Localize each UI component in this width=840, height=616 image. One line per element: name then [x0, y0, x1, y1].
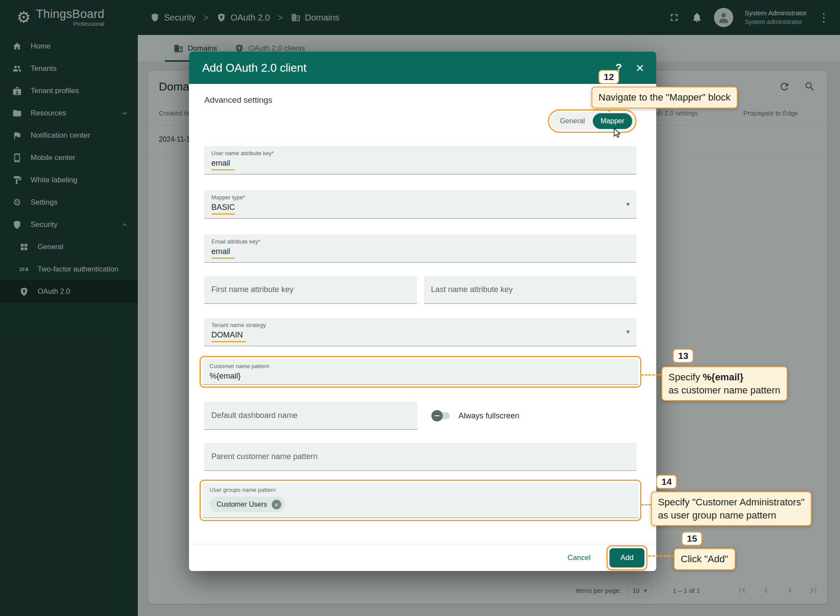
last-name-attribute-key-field[interactable]: Last name attribute key [424, 276, 637, 304]
step-12-badge: 12 [598, 70, 619, 84]
annotation-underline [211, 341, 246, 342]
field-label: Email attribute key* [211, 238, 630, 245]
parent-customer-name-pattern-field[interactable]: Parent customer name pattern [204, 443, 637, 471]
step-14-highlight: User groups name pattern Customer Users … [200, 480, 641, 521]
email-attribute-key-field[interactable]: Email attribute key* email [204, 234, 637, 263]
step-14-connector [641, 504, 651, 505]
section-title: Advanced settings [204, 95, 272, 105]
field-label: User groups name pattern [210, 487, 631, 493]
field-label: Mapper type* [211, 194, 630, 201]
always-fullscreen-toggle[interactable] [432, 412, 450, 419]
close-icon[interactable]: × [636, 61, 644, 75]
step-13-highlight: Customer name pattern %{email} [200, 356, 641, 388]
dialog-footer: Cancel Add [189, 544, 656, 571]
cancel-button[interactable]: Cancel [565, 553, 593, 563]
field-value: email [211, 247, 630, 256]
step-14-badge: 14 [656, 475, 677, 489]
user-groups-name-pattern-field[interactable]: User groups name pattern Customer Users … [203, 483, 638, 518]
tenant-name-strategy-select[interactable]: Tenant name strategy DOMAIN ▾ [204, 318, 637, 346]
field-value: BASIC [211, 203, 630, 212]
field-label: Customer name pattern [210, 363, 631, 369]
field-placeholder: Default dashboard name [211, 411, 298, 420]
dialog-title: Add OAuth 2.0 client [202, 61, 306, 75]
step-12-highlight: General Mapper [548, 109, 637, 133]
step-15-callout: Click "Add" [674, 548, 735, 570]
toggle-knob [431, 410, 443, 421]
field-placeholder: Parent customer name pattern [211, 452, 318, 461]
step-13-badge: 13 [673, 349, 693, 363]
annotation-underline [211, 213, 235, 215]
field-value: DOMAIN [211, 331, 630, 340]
field-label: Tenant name strategy [211, 322, 630, 328]
add-oauth-client-dialog: Add OAuth 2.0 client ? × Advanced settin… [189, 52, 656, 571]
step-15-connector [648, 555, 674, 557]
step-13-connector [641, 374, 662, 376]
default-dashboard-name-field[interactable]: Default dashboard name [204, 402, 417, 430]
field-value: %{email} [210, 372, 631, 381]
add-button[interactable]: Add [609, 548, 644, 567]
mapper-toggle-button[interactable]: Mapper [593, 113, 632, 129]
step-14-callout: Specify "Customer Administrators" as use… [651, 491, 812, 526]
step-15-highlight: Add [606, 545, 648, 571]
always-fullscreen-label: Always fullscreen [458, 411, 519, 421]
dialog-header: Add OAuth 2.0 client ? × [189, 52, 656, 84]
mouse-cursor [611, 127, 623, 139]
annotation-underline [211, 169, 235, 171]
annotation-underline [211, 258, 235, 259]
customer-name-pattern-field[interactable]: Customer name pattern %{email} [203, 359, 638, 385]
step-15-badge: 15 [682, 532, 702, 546]
chevron-down-icon: ▾ [626, 200, 630, 208]
first-name-attribute-key-field[interactable]: First name attribute key [204, 276, 417, 304]
dialog-body: Advanced settings General Mapper User na… [189, 84, 656, 571]
step-12-callout: Navigate to the "Mapper" block [592, 87, 738, 108]
chip-label: Customer Users [217, 501, 267, 508]
step-13-callout: Specify %{email} as customer name patter… [662, 366, 788, 401]
field-value: email [211, 159, 630, 168]
username-attribute-key-field[interactable]: User name attribute key* email [204, 146, 637, 174]
field-placeholder: Last name attribute key [431, 285, 513, 294]
general-toggle-button[interactable]: General [552, 113, 593, 129]
screen: ⚙ ThingsBoard Professional Security > OA… [0, 0, 840, 616]
field-label: User name attribute key* [211, 150, 630, 157]
chip-remove-icon[interactable]: × [272, 500, 281, 509]
field-placeholder: First name attribute key [211, 285, 294, 294]
chevron-down-icon: ▾ [626, 328, 630, 336]
customer-users-chip[interactable]: Customer Users × [210, 497, 285, 512]
mapper-type-select[interactable]: Mapper type* BASIC ▾ [204, 190, 637, 219]
